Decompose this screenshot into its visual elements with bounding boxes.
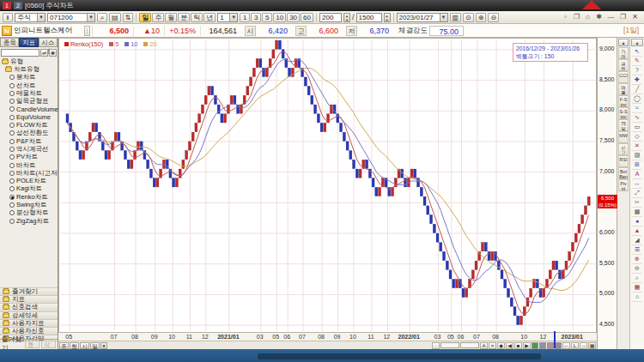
scroll-left-button[interactable]: · [432,342,440,349]
date-picker[interactable]: 2023/01/27 ▼ [397,13,448,22]
chart-type-option[interactable]: POLE차트 [0,177,58,184]
bottom-tab-시[interactable]: 시 [80,342,89,349]
draw-tool-icon-24[interactable]: ⌕ [632,274,642,283]
draw-tool-icon-5[interactable]: ◯ [632,94,642,104]
mini-tool-icon-3[interactable] [555,342,562,349]
chart-type-option[interactable]: Kagi차트 [0,185,58,193]
nav-button-1[interactable]: L [571,342,579,349]
sidebar-등록-button[interactable]: 등록 [25,341,39,348]
chart-zoom-icon-2[interactable]: ⊕ [476,13,487,22]
indicator-button-75일선[interactable]: 75일선 [618,119,629,131]
interval-button-10[interactable]: 10 [273,13,286,22]
close-button[interactable]: ✕ [630,13,640,21]
bar-count-stepper[interactable]: ▲▼ [343,13,350,22]
chart-panel[interactable]: Renko(150)51020 2016/12/29 - 2023/01/26 … [58,38,597,333]
indicator-button-RSI[interactable]: RSI [618,155,629,167]
alert-triangle-icon[interactable] [582,0,601,9]
draw-tool-icon-12[interactable]: ⊞ [632,160,642,170]
bottom-tab-주[interactable]: 주 [59,342,69,349]
nav-button-3[interactable]: ▦ [588,342,596,349]
sidebar-section-신호검색[interactable]: 신호검색 [0,303,58,311]
chart-type-option[interactable]: 삼선전환도 [0,130,58,137]
draw-tool-icon-22[interactable]: ⊕ [632,255,642,264]
nav-button-0[interactable]: ← [562,342,570,349]
scroll-up-icon[interactable]: ▲ [618,39,629,46]
settings-icon[interactable]: ✱ [49,49,57,57]
chart-type-option[interactable]: 분산형차트 [0,209,58,217]
indicator-button-S-Stoc[interactable]: S-Stoc [618,107,629,119]
playback-button-5[interactable]: ▶ [523,342,531,349]
search-icon[interactable]: ⌕ [97,13,107,22]
indicator-button-겹쳐[interactable]: 겹쳐 [618,59,629,71]
draw-tool-icon-0[interactable]: ↖ [632,47,642,57]
playback-button-3[interactable]: ◀ [506,342,513,349]
max-count-stepper[interactable]: ▲▼ [384,13,391,22]
chart-type-option[interactable]: FLOW차트 [0,121,58,129]
interval-button-1[interactable]: 1 [240,13,250,22]
tab-dropdown-icon[interactable]: ▾ [100,342,107,349]
sidebar-section-사용자지표[interactable]: 사용자지표 [0,319,58,327]
draw-tool-icon-6[interactable]: ≈ [632,104,642,113]
window-icon-1[interactable]: ❐ [572,13,581,21]
draw-tool-icon-20[interactable]: ◢ [632,236,642,245]
chart-type-option[interactable]: 바차트 [0,161,58,169]
sidebar-search-input[interactable] [1,49,39,57]
indicator-button-매물대[interactable]: 매물대 [618,83,629,95]
draw-tool-icon-15[interactable]: ⤢ [632,189,642,198]
quote-expand-button[interactable]: ┊ [84,26,90,36]
max-count-input[interactable]: 1500 [356,13,382,22]
period-button-주[interactable]: 주 [152,13,164,22]
sidebar-section-지표[interactable]: 지표 [0,295,58,303]
sidebar-section-사용자신호[interactable]: 사용자신호 [0,327,58,335]
list-icon[interactable]: ▤ [109,13,121,22]
sidebar-tab-지표[interactable]: 지표 [19,38,38,47]
titlebar-tab-1[interactable]: 1 [3,2,11,9]
period-button-일[interactable]: 일 [139,13,151,22]
period-button-월[interactable]: 월 [165,13,177,22]
draw-tool-icon-18[interactable]: ● [632,217,642,226]
scroll-up-icon[interactable]: ▲ [631,39,643,46]
chart-type-option[interactable]: 역시계곡선 [0,145,58,153]
titlebar-tab-2[interactable]: 2 [14,2,22,9]
chart-type-option[interactable]: PV차트 [0,154,58,161]
sidebar-section-즐겨찾기[interactable]: 즐겨찾기 [0,287,58,295]
playback-button-4[interactable]: ■ [514,342,522,349]
draw-tool-icon-21[interactable]: ☰ [632,245,642,255]
scrollbar-track[interactable] [440,342,459,348]
period-button-분[interactable]: 분 [178,13,190,22]
draw-tool-icon-13[interactable]: A [632,170,642,179]
stock-code-input[interactable]: 071200 ▼ [47,13,95,22]
updown-icon[interactable]: ⇅ [123,13,134,22]
draw-tool-icon-17[interactable]: ▩ [632,208,642,217]
minimize-button[interactable]: — [606,13,616,21]
draw-tool-icon-4[interactable]: ╱ [632,85,642,94]
interval-button-60[interactable]: 60 [301,13,313,22]
chart-zoom-icon-0[interactable]: ▥ [450,13,462,22]
draw-tool-icon-9[interactable]: ◇ [632,132,642,142]
bottom-tab-현[interactable]: 현 [70,342,79,349]
bottom-tab-일[interactable]: 일 [90,342,100,349]
draw-tool-icon-23[interactable]: ⊖ [632,264,642,274]
chart-type-option[interactable]: ZigZag차트 [0,217,58,225]
chart-zoom-icon-3[interactable]: ⊖ [488,13,499,22]
chart-zoom-icon-1[interactable]: ⊙ [463,13,474,22]
chart-type-option[interactable]: Renko차트 [0,193,58,201]
window-icon-2[interactable]: ⌂ [583,13,592,21]
sidebar-tab-종목[interactable]: 종목 [0,38,19,47]
pin-icon[interactable]: ‖ [3,13,13,22]
instrument-type-select[interactable]: 주식 ▼ [15,13,46,22]
window-icon-0[interactable]: ▫ [561,13,570,21]
draw-tool-icon-7[interactable]: ∿ [632,113,642,123]
draw-tool-icon-1[interactable]: ✎ [632,57,642,66]
interval-select[interactable]: 1 ▼ [217,13,238,22]
draw-tool-icon-26[interactable]: ⌂ [632,293,642,302]
nav-button-2[interactable]: → [580,342,587,349]
indicator-button-CCI[interactable]: CCI [618,71,629,83]
refresh-icon[interactable]: ⇄ [40,49,48,57]
playback-button-0[interactable]: A [480,342,488,349]
indicator-button-신고가[interactable]: 신고가 [618,143,629,155]
draw-tool-icon-3[interactable]: ✚ [632,75,642,85]
draw-tool-icon-16[interactable]: ✂ [632,198,642,208]
period-button-틱[interactable]: 틱 [191,13,203,22]
chart-type-option[interactable]: 매물차트 [0,89,58,97]
